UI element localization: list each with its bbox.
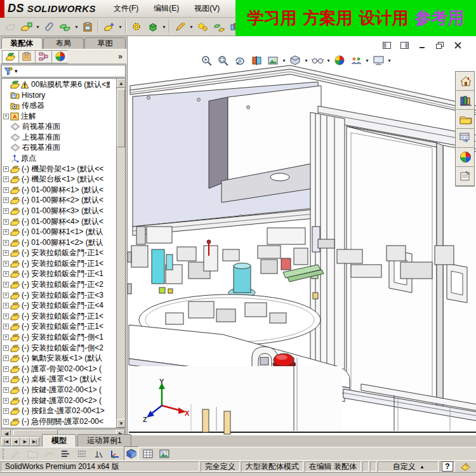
- expand-icon[interactable]: +: [3, 419, 9, 425]
- assembly-features-icon[interactable]: [129, 19, 144, 34]
- expand-icon[interactable]: +: [3, 250, 9, 256]
- tab-first-icon[interactable]: |◀: [1, 437, 11, 446]
- overflow-chevron[interactable]: »: [118, 52, 122, 61]
- tree-item[interactable]: +(-) 護罩-骨架02-00<1> (: [2, 364, 110, 374]
- graphics-viewport[interactable]: ▾▾▾▾▾ Y X Z: [128, 36, 476, 435]
- view-orientation-icon[interactable]: [288, 53, 303, 68]
- hidden-lines-visible-icon[interactable]: [74, 446, 89, 461]
- tree-item[interactable]: +(-) 氣動安装板<1> (默认: [2, 353, 110, 364]
- show-hidden-components-icon[interactable]: [145, 19, 161, 34]
- view-settings-icon[interactable]: [265, 53, 281, 68]
- tree-item[interactable]: 右视基准面: [2, 143, 110, 154]
- expand-icon[interactable]: +: [3, 355, 9, 361]
- hidden-lines-removed-icon[interactable]: [91, 446, 106, 461]
- dropdown-caret-icon[interactable]: ▾: [117, 24, 123, 30]
- tree-root-item[interactable]: 00贴膜机苹果6 (默认<默: [2, 79, 110, 90]
- planes-icon[interactable]: [25, 446, 40, 461]
- tree-item[interactable]: +(-) 01-00腳杯<1> (默认<: [2, 185, 110, 195]
- appearances-scenes-icon[interactable]: [456, 148, 475, 167]
- solidworks-resources-icon[interactable]: [456, 72, 475, 91]
- tree-item[interactable]: +(-) 桌板-護罩<1> (默认<: [2, 374, 110, 385]
- exploded-view-icon[interactable]: [211, 19, 227, 34]
- tree-item[interactable]: +(-) 安装拉鎖鈑金門-正<3: [2, 290, 110, 301]
- view-palette-icon[interactable]: [456, 129, 475, 148]
- zoom-area-icon[interactable]: [216, 53, 231, 68]
- tree-item[interactable]: +(-) 機架台板<1> (默认<<: [2, 174, 110, 185]
- tab-layout[interactable]: 布局: [43, 37, 84, 49]
- expand-icon[interactable]: +: [3, 398, 9, 404]
- dropdown-caret-icon[interactable]: ▾: [188, 24, 194, 30]
- tree-item[interactable]: History: [2, 90, 110, 101]
- tree-item[interactable]: +(-) 按鍵-護罩02-00<1> (: [2, 385, 110, 395]
- expand-icon[interactable]: +: [3, 334, 9, 340]
- expand-icon[interactable]: +: [3, 219, 9, 225]
- sketch-icon[interactable]: [8, 446, 23, 461]
- zoom-fit-icon[interactable]: [199, 53, 215, 68]
- component-pattern-icon[interactable]: [58, 19, 73, 34]
- tree-item[interactable]: +(-) 安装拉鎖鈑金門-正1<: [2, 248, 110, 259]
- tree-item[interactable]: +(-) 安装拉鎖鈑金門-側<1: [2, 332, 110, 343]
- tree-item[interactable]: +A注解: [2, 111, 110, 122]
- rotate-view-icon[interactable]: [232, 53, 248, 68]
- dropdown-caret-icon[interactable]: ▾: [74, 24, 79, 30]
- tree-item[interactable]: +(-) 安装拉鎖鈑金門-正1<: [2, 322, 110, 333]
- motion-study-icon[interactable]: [195, 19, 210, 34]
- displaymanager-tab-icon[interactable]: [51, 50, 68, 63]
- edit-appearance-icon[interactable]: [348, 53, 364, 68]
- curves-icon[interactable]: [41, 446, 56, 461]
- tree-item[interactable]: +(-) 安装拉鎖鈑金門-正<1: [2, 269, 110, 280]
- wireframe-icon[interactable]: [58, 446, 73, 461]
- tree-item[interactable]: +(-) 按鍵-護罩02-00<2> (: [2, 395, 110, 406]
- reference-geometry-icon[interactable]: [173, 19, 188, 34]
- expand-icon[interactable]: +: [3, 282, 9, 288]
- expand-icon[interactable]: +: [3, 176, 9, 182]
- tree-item[interactable]: 上视基准面: [2, 132, 110, 143]
- toolbar-grip[interactable]: [3, 449, 4, 459]
- move-component-icon[interactable]: [102, 19, 117, 34]
- restore-icon[interactable]: [434, 40, 446, 51]
- expand-icon[interactable]: +: [3, 345, 9, 351]
- filter-caret-icon[interactable]: ▾: [15, 68, 18, 74]
- section-view-icon[interactable]: [249, 53, 264, 68]
- expand-icon[interactable]: +: [3, 271, 9, 277]
- menu-view[interactable]: 视图(V): [188, 1, 226, 17]
- dropdown-caret-icon[interactable]: ▾: [303, 58, 309, 63]
- featuremanager-tab-icon[interactable]: [2, 50, 18, 63]
- tree-item[interactable]: +(-) 安装拉鎖鈑金門-側<2: [2, 343, 110, 354]
- tab-assembly[interactable]: 装配体: [1, 37, 43, 49]
- tree-item[interactable]: 前视基准面: [2, 121, 110, 132]
- expand-icon[interactable]: +: [3, 303, 9, 308]
- tree-item[interactable]: +(-) 01-00腳杯1<2> (默认: [2, 237, 110, 248]
- tab-model[interactable]: 模型: [42, 434, 76, 447]
- expand-icon[interactable]: +: [3, 408, 9, 414]
- expand-icon[interactable]: +: [3, 114, 9, 119]
- tab-motion-study-1[interactable]: 运动算例1: [77, 434, 131, 447]
- dropdown-caret-icon[interactable]: ▾: [161, 24, 167, 30]
- file-explorer-icon[interactable]: [456, 110, 475, 129]
- dropdown-caret-icon[interactable]: ▾: [281, 58, 287, 63]
- pane-previous-icon[interactable]: [381, 40, 393, 51]
- tree-item[interactable]: 传感器: [2, 100, 110, 111]
- tree-item[interactable]: 原点: [2, 153, 110, 164]
- tree-item[interactable]: +(-) 安装拉鎖鈑金門-正<2: [2, 279, 110, 290]
- scroll-thumb[interactable]: [117, 89, 125, 147]
- tab-sketch[interactable]: 草图: [84, 37, 126, 49]
- expand-icon[interactable]: +: [3, 240, 9, 246]
- scroll-up-icon[interactable]: ▲: [117, 79, 126, 88]
- appearances-icon[interactable]: [332, 53, 347, 68]
- expand-icon[interactable]: +: [3, 376, 9, 382]
- expand-icon[interactable]: +: [3, 324, 9, 329]
- mate-icon[interactable]: [41, 19, 56, 34]
- filter-funnel-icon[interactable]: [4, 67, 13, 76]
- expand-icon[interactable]: +: [3, 261, 9, 267]
- dropdown-caret-icon[interactable]: ▾: [35, 24, 41, 30]
- status-customize[interactable]: 自定义 ▴: [378, 461, 439, 472]
- minimize-icon[interactable]: [416, 40, 428, 51]
- camera-view-icon[interactable]: [371, 53, 386, 68]
- menu-edit[interactable]: 编辑(E): [147, 1, 185, 17]
- scroll-down-icon[interactable]: ▼: [117, 419, 126, 428]
- tree-item[interactable]: +(-) 01-00腳杯<2> (默认<: [2, 195, 110, 206]
- expand-icon[interactable]: +: [3, 314, 9, 319]
- propertymanager-tab-icon[interactable]: [18, 50, 35, 63]
- display-style-icon[interactable]: [310, 53, 325, 68]
